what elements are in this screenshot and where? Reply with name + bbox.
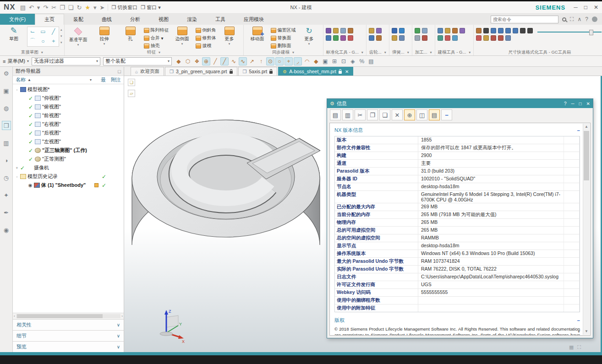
scroll-down-icon[interactable]: ▼: [583, 328, 590, 335]
selection-filter-dropdown[interactable]: 无选择过滤器 ▾: [32, 57, 100, 65]
chevron-down-icon[interactable]: ▾: [60, 34, 62, 38]
copy-icon[interactable]: ❐: [60, 4, 65, 11]
web-browser-icon[interactable]: ◉: [2, 225, 11, 234]
collapse-section-icon[interactable]: −: [577, 128, 580, 133]
tree-item[interactable]: -模型视图*: [13, 85, 124, 94]
clipboard-icon[interactable]: ▤: [429, 109, 440, 120]
tool-icon[interactable]: [369, 28, 374, 33]
ribbon-button-抽壳[interactable]: 抽壳: [144, 43, 169, 49]
tool-icon[interactable]: [491, 28, 496, 33]
sketch-shape-icon[interactable]: ⌒: [30, 37, 35, 45]
snap-point-icon[interactable]: ◆: [175, 57, 183, 65]
ribbon-button-倒斜角[interactable]: 倒斜角: [196, 27, 216, 33]
tool-icon[interactable]: [445, 35, 450, 41]
tool-icon[interactable]: [505, 28, 511, 33]
ribbon-button-边倒圆[interactable]: 边倒圆▾: [170, 25, 195, 45]
copy-icon[interactable]: ❐: [367, 109, 378, 120]
find-icon[interactable]: ◫: [416, 109, 427, 120]
snap-point-icon[interactable]: ╱: [211, 57, 219, 65]
scrollbar-thumb[interactable]: [17, 314, 103, 318]
snap-point-icon[interactable]: ╱: [220, 57, 229, 65]
help-icon[interactable]: ?: [585, 16, 588, 22]
visibility-check-icon[interactable]: ✓: [27, 121, 34, 128]
ribbon-button-草图[interactable]: ✎草图: [1, 25, 27, 42]
constraint-navigator-icon[interactable]: ◍: [2, 103, 11, 113]
collapse-all-icon[interactable]: −: [441, 109, 452, 120]
navigator-column-headers[interactable]: 名称 ▲ ▾ 最 附注: [13, 76, 124, 84]
chevron-down-icon[interactable]: ▾: [93, 4, 97, 11]
close-button[interactable]: ✕: [586, 101, 590, 106]
snap-point-icon[interactable]: ↑: [257, 57, 265, 65]
tool-icon[interactable]: [340, 35, 346, 41]
visibility-check-icon[interactable]: ✓: [27, 113, 34, 119]
selection-scope-dropdown[interactable]: 整个装配 ▾: [103, 57, 172, 65]
tool-icon[interactable]: [415, 35, 420, 41]
tree-item[interactable]: ✓"仰视图": [13, 94, 124, 103]
process-studio-icon[interactable]: ✦: [2, 190, 11, 200]
tab-分析[interactable]: 分析: [121, 14, 149, 25]
minimize-button[interactable]: ─: [571, 101, 574, 106]
ribbon-button-拔模[interactable]: 拔模: [196, 43, 216, 49]
ribbon-button-偏置区域[interactable]: 偏置区域: [271, 27, 296, 33]
ribbon-button-基准平面[interactable]: 基准平面▾: [66, 25, 91, 46]
close-button[interactable]: ✕: [594, 4, 598, 11]
tool-icon[interactable]: [513, 28, 518, 33]
tool-icon[interactable]: [422, 28, 427, 33]
section-细节[interactable]: 细节∨: [13, 330, 124, 341]
save-icon[interactable]: ▤: [20, 4, 26, 11]
touch-icon[interactable]: ✒: [2, 208, 11, 217]
tool-icon[interactable]: [476, 28, 482, 33]
snap-point-icon[interactable]: ▤: [367, 57, 375, 65]
undock-icon[interactable]: □: [118, 69, 121, 74]
scrollbar-thumb[interactable]: [584, 131, 589, 180]
tool-icon[interactable]: [505, 35, 511, 41]
ribbon-button-孔[interactable]: 孔: [118, 25, 143, 42]
grid-icon[interactable]: ▦: [569, 344, 574, 350]
chevron-down-icon[interactable]: ∨: [117, 344, 120, 349]
tool-icon[interactable]: [392, 35, 397, 41]
ribbon-button-更多[interactable]: 更多▾: [217, 25, 242, 45]
document-tab[interactable]: ⌂欢迎页面: [131, 67, 164, 76]
snap-point-icon[interactable]: ❖: [193, 57, 201, 65]
snap-point-icon[interactable]: ◠: [303, 57, 311, 65]
chevron-down-icon[interactable]: ▾: [41, 50, 43, 54]
sketch-shape-icon[interactable]: ▭: [40, 28, 45, 35]
tool-icon[interactable]: [333, 35, 339, 41]
snap-point-icon[interactable]: +: [285, 57, 293, 65]
tree-item[interactable]: ✓"俯视图": [13, 103, 124, 111]
filter-dropdown-icon[interactable]: ▾: [90, 78, 92, 82]
repeat-command-icon[interactable]: ↻: [77, 4, 82, 11]
file-menu-button[interactable]: 文件(F): [0, 14, 35, 25]
tool-icon[interactable]: [460, 28, 465, 33]
document-tab[interactable]: ❐5axis.prt: [238, 67, 278, 76]
tab-应用模块[interactable]: 应用模块: [235, 14, 273, 25]
ribbon-button-合并[interactable]: 合并▾: [144, 35, 169, 41]
save-icon[interactable]: ▤: [330, 109, 341, 120]
switch-window-button[interactable]: ❒切换窗口: [111, 4, 137, 11]
paste-icon[interactable]: ❏: [379, 109, 390, 120]
tool-icon[interactable]: [483, 35, 489, 41]
tool-icon[interactable]: [491, 35, 496, 41]
tool-icon[interactable]: [399, 28, 405, 33]
hd3d-tools-icon[interactable]: ◑: [2, 156, 11, 165]
snap-point-icon[interactable]: ⊙: [266, 57, 274, 65]
tool-icon[interactable]: [340, 28, 346, 33]
collapse-section-icon[interactable]: −: [577, 318, 580, 323]
tool-icon[interactable]: [476, 35, 482, 41]
snap-point-icon[interactable]: ⊞: [330, 57, 339, 65]
scroll-left-icon[interactable]: ‹: [14, 314, 15, 318]
tool-icon[interactable]: [376, 28, 382, 33]
ribbon-button-替换面[interactable]: 替换面: [271, 35, 296, 41]
navigator-horizontal-scrollbar[interactable]: ‹ ›: [13, 313, 124, 319]
user-avatar-icon[interactable]: [592, 16, 597, 22]
print-icon[interactable]: ▥: [342, 109, 353, 120]
tool-icon[interactable]: [333, 28, 339, 33]
tree-item[interactable]: ✓"正三轴测图" (工作): [13, 146, 124, 155]
sketch-shapes-palette[interactable]: ⌙▭╱⌒○＋: [27, 27, 59, 47]
sketch-shape-icon[interactable]: ⌙: [30, 28, 35, 35]
info-window-titlebar[interactable]: ⚙ 信息 ?─□✕: [327, 99, 593, 108]
redo-icon[interactable]: ↷: [43, 4, 48, 11]
tool-icon[interactable]: [348, 35, 353, 41]
chevron-down-icon[interactable]: ▾: [292, 50, 294, 54]
tree-item[interactable]: +✓摄像机: [13, 163, 124, 172]
